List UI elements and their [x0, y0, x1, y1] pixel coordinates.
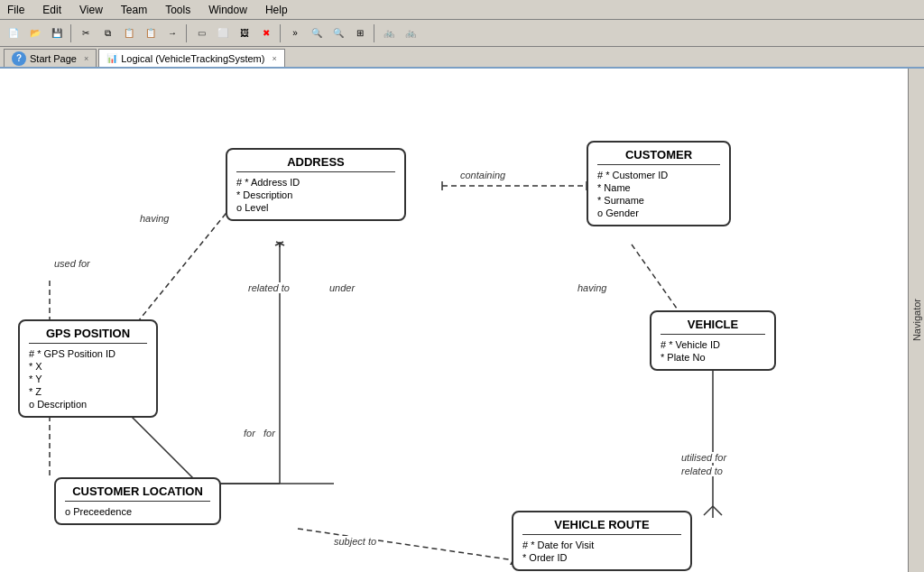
entity-vehicle-route-attr-0: # * Date for Visit: [522, 539, 681, 551]
sep4: [374, 24, 375, 42]
entity-vehicle-title: VEHICLE: [661, 318, 765, 335]
entity-customer-attr-1: * Name: [597, 181, 720, 194]
rel-related-to-1: related to: [248, 282, 290, 293]
paste2-btn[interactable]: 📋: [141, 23, 161, 43]
entity-gps-attr-0: # * GPS Position ID: [29, 347, 147, 360]
entity-customer-attr-0: # * Customer ID: [597, 169, 720, 181]
rel-under: under: [329, 282, 355, 293]
menu-edit[interactable]: Edit: [39, 3, 65, 17]
entity-gps-attr-4: o Description: [29, 398, 147, 411]
svg-line-19: [275, 242, 283, 245]
entity-vehicle[interactable]: VEHICLE # * Vehicle ID * Plate No: [650, 310, 776, 371]
rel-utilised-for: utilised for: [681, 452, 726, 463]
rel-having-2: having: [578, 282, 606, 293]
entity-gps-attr-3: * Z: [29, 385, 147, 398]
entity-gps-attr-1: * X: [29, 360, 147, 373]
tab-start-close[interactable]: ×: [84, 54, 88, 63]
rel-subject-to: subject to: [334, 536, 376, 547]
entity-vehicle-attr-0: # * Vehicle ID: [661, 338, 765, 351]
entity-gps-position[interactable]: GPS POSITION # * GPS Position ID * X * Y…: [18, 319, 158, 418]
svg-line-17: [276, 242, 284, 245]
save-btn[interactable]: 💾: [47, 23, 67, 43]
zoom-in-btn[interactable]: 🔍: [307, 23, 327, 43]
image-btn[interactable]: 🖼: [235, 23, 254, 43]
entity-address-attr-0: # * Address ID: [236, 176, 395, 189]
entity-customer[interactable]: CUSTOMER # * Customer ID * Name * Surnam…: [587, 141, 731, 226]
entity-vehicle-attr-1: * Plate No: [661, 351, 765, 364]
entity-gps-attr-2: * Y: [29, 373, 147, 385]
tab-logical-close[interactable]: ×: [272, 54, 276, 63]
entity-address-attr-2: o Level: [236, 201, 395, 214]
svg-line-14: [704, 506, 713, 515]
entity-vehicle-route-attr-1: * Order ID: [522, 551, 681, 564]
cut-btn[interactable]: ✂: [76, 23, 96, 43]
entity-address[interactable]: ADDRESS # * Address ID * Description o L…: [226, 148, 406, 221]
entity-vehicle-route-title: VEHICLE ROUTE: [522, 518, 681, 535]
select-btn[interactable]: ⬜: [213, 23, 233, 43]
sep2: [186, 24, 188, 42]
tab-start-page[interactable]: ? Start Page ×: [4, 49, 97, 67]
forward-btn[interactable]: »: [285, 23, 305, 43]
tab-start-label: Start Page: [30, 53, 77, 64]
svg-line-16: [713, 506, 722, 515]
entity-customer-attr-2: * Surname: [597, 194, 720, 207]
navigator-label: Navigator: [911, 299, 922, 341]
entity-address-title: ADDRESS: [236, 155, 395, 172]
rel-related-to-2: related to: [681, 466, 723, 476]
sep1: [70, 24, 72, 42]
rel-having-1: having: [140, 213, 169, 224]
entity-customer-location[interactable]: CUSTOMER LOCATION o Preceedence: [54, 477, 221, 525]
fit-btn[interactable]: ⊞: [350, 23, 370, 43]
extra2-btn[interactable]: 🚲: [401, 23, 420, 43]
svg-line-9: [298, 529, 514, 560]
canvas-container: containing having used for related to un…: [0, 69, 924, 572]
menu-window[interactable]: Window: [205, 3, 251, 17]
entity-vehicle-route[interactable]: VEHICLE ROUTE # * Date for Visit * Order…: [512, 511, 692, 571]
sep3: [280, 24, 282, 42]
entity-customer-location-title: CUSTOMER LOCATION: [65, 484, 210, 502]
toolbar: 📄 📂 💾 ✂ ⧉ 📋 📋 → ▭ ⬜ 🖼 ✖ » 🔍 🔍 ⊞ 🚲 🚲: [0, 20, 924, 47]
menu-team[interactable]: Team: [117, 3, 151, 17]
rel-for-1: for: [244, 428, 255, 438]
entity-gps-title: GPS POSITION: [29, 327, 147, 344]
new-btn[interactable]: 📄: [4, 23, 23, 43]
menubar: File Edit View Team Tools Window Help: [0, 0, 924, 20]
menu-help[interactable]: Help: [262, 3, 291, 17]
entity-customer-location-attr-0: o Preceedence: [65, 505, 210, 518]
menu-tools[interactable]: Tools: [162, 3, 194, 17]
navigator-panel[interactable]: Navigator: [908, 69, 924, 572]
rel-for-2: for: [263, 428, 275, 438]
menu-view[interactable]: View: [76, 3, 106, 17]
rel-used-for: used for: [54, 258, 90, 269]
copy-btn[interactable]: ⧉: [97, 23, 117, 43]
zoom-out-btn[interactable]: 🔍: [328, 23, 348, 43]
entity-address-attr-1: * Description: [236, 189, 395, 201]
open-btn[interactable]: 📂: [25, 23, 45, 43]
start-page-icon: ?: [12, 51, 26, 66]
rel-containing-1: containing: [460, 170, 505, 180]
tab-logical[interactable]: 📊 Logical (VehicleTrackingSystem) ×: [98, 49, 284, 67]
paste-btn[interactable]: 📋: [119, 23, 139, 43]
menu-file[interactable]: File: [4, 3, 28, 17]
entity-customer-attr-3: o Gender: [597, 207, 720, 219]
tabbar: ? Start Page × 📊 Logical (VehicleTrackin…: [0, 47, 924, 69]
extra1-btn[interactable]: 🚲: [379, 23, 399, 43]
delete-btn[interactable]: ✖: [256, 23, 276, 43]
arrow-btn[interactable]: →: [162, 23, 182, 43]
diagram-canvas[interactable]: containing having used for related to un…: [0, 69, 908, 572]
tab-logical-icon: 📊: [106, 53, 117, 63]
entity-customer-title: CUSTOMER: [597, 148, 720, 165]
svg-line-7: [126, 411, 199, 484]
rect-btn[interactable]: ▭: [191, 23, 211, 43]
tab-logical-label: Logical (VehicleTrackingSystem): [121, 53, 264, 64]
